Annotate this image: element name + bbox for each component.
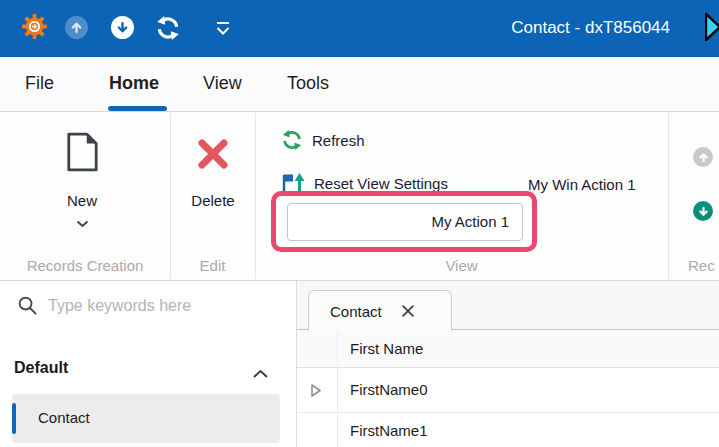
tab-view[interactable]: View: [203, 73, 242, 94]
new-button-label: New: [40, 192, 124, 209]
qat-chevron-button[interactable]: [213, 21, 233, 40]
nav-item-contact[interactable]: Contact: [12, 394, 280, 443]
reset-view-settings-label: Reset View Settings: [314, 175, 448, 192]
tab-tools[interactable]: Tools: [287, 73, 329, 94]
refresh-button[interactable]: Refresh: [281, 127, 365, 153]
group-label-view: View: [255, 257, 668, 274]
download-circle-button[interactable]: [111, 16, 134, 39]
group-separator: [668, 113, 669, 279]
pointer-cursor-icon: [705, 12, 719, 48]
title-bar: Contact - dxT856044: [0, 0, 719, 57]
nav-group-header[interactable]: Default: [14, 359, 68, 377]
cell-first-name: FirstName0: [350, 381, 428, 398]
delete-button-label: Delete: [180, 192, 246, 209]
search-input[interactable]: [48, 292, 276, 320]
reset-view-settings-button[interactable]: Reset View Settings: [279, 169, 448, 197]
column-header-first-name[interactable]: First Name: [350, 340, 423, 357]
new-document-icon: [65, 131, 99, 177]
delete-button[interactable]: Delete: [180, 126, 246, 248]
app-window: Contact - dxT856044 File Home View Tools: [0, 0, 719, 447]
document-tab-label: Contact: [330, 303, 382, 320]
record-up-button[interactable]: [693, 147, 713, 167]
my-action-1-button[interactable]: My Action 1: [287, 203, 523, 241]
up-arrow-icon: [70, 21, 83, 34]
record-down-button[interactable]: [693, 201, 713, 221]
down-arrow-icon: [116, 21, 129, 34]
group-label-records-creation: Records Creation: [0, 257, 170, 274]
main-content-area: Contact First Name FirstName0 FirstName1: [297, 281, 719, 447]
search-icon: [17, 295, 38, 320]
upload-circle-button[interactable]: [65, 16, 88, 39]
dropdown-chevron-icon: [76, 214, 89, 232]
collapse-chevron-up-icon[interactable]: [252, 365, 269, 383]
window-title: Contact - dxT856044: [400, 18, 670, 38]
delete-x-icon: [196, 137, 230, 175]
reset-view-flag-icon: [279, 170, 305, 196]
row-expand-icon[interactable]: [310, 383, 322, 402]
grid-column-header[interactable]: First Name: [297, 330, 719, 368]
nav-item-label: Contact: [38, 409, 90, 426]
navigation-panel: Default Contact: [0, 281, 297, 447]
new-button[interactable]: New: [40, 126, 124, 248]
tab-file[interactable]: File: [25, 73, 54, 94]
app-gear-icon: [21, 13, 48, 44]
tab-home[interactable]: Home: [109, 73, 159, 94]
chevron-down-icon: [213, 21, 233, 36]
table-row[interactable]: FirstName1: [297, 413, 719, 447]
up-arrow-icon: [698, 152, 709, 163]
close-icon: [401, 304, 415, 318]
group-separator: [170, 113, 171, 279]
close-tab-button[interactable]: [401, 304, 415, 318]
group-label-records-nav: Rec: [688, 257, 719, 274]
refresh-button-label: Refresh: [312, 132, 365, 149]
active-tab-underline: [108, 106, 167, 111]
cell-first-name: FirstName1: [350, 422, 428, 439]
my-win-action-1-button[interactable]: My Win Action 1: [528, 176, 636, 193]
refresh-icon: [281, 129, 303, 151]
ribbon-body: New Records Creation Delete Edit: [0, 112, 719, 281]
table-row[interactable]: FirstName0: [297, 368, 719, 413]
refresh-icon: [155, 15, 181, 41]
group-separator: [255, 113, 256, 279]
refresh-titlebar-button[interactable]: [155, 15, 181, 45]
document-tab-contact[interactable]: Contact: [308, 290, 452, 331]
selected-accent-bar: [12, 403, 16, 434]
down-arrow-icon: [698, 206, 709, 217]
ribbon-tab-row: File Home View Tools: [0, 57, 719, 112]
group-label-edit: Edit: [170, 257, 255, 274]
